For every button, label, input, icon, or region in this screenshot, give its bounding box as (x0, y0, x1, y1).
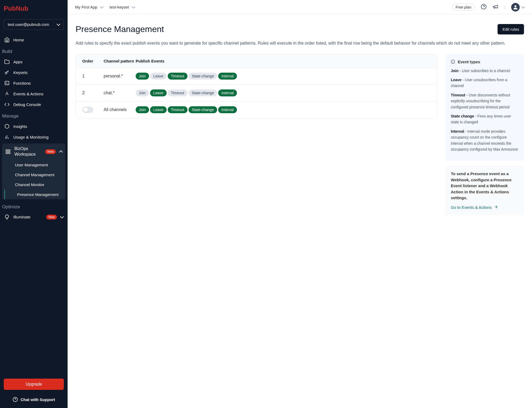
row-order: 2 (82, 91, 104, 95)
webhook-panel: To send a Presence event as a Webhook, c… (445, 166, 524, 215)
topbar: My First App test-keyset Free plan | (68, 0, 532, 14)
event-pill-join: Join (136, 73, 149, 80)
sidebar-item-usage[interactable]: Usage & Monitoring (0, 132, 68, 142)
page-description: Add rules to specify the exact publish e… (76, 40, 524, 47)
svg-rect-8 (9, 152, 10, 154)
lightbulb-icon (4, 214, 10, 220)
terminal-icon (4, 80, 10, 86)
row-events: JoinLeaveTimeoutState-changeInterval (136, 73, 431, 80)
chat-support-link[interactable]: Chat with Support (4, 395, 64, 404)
chat-support-label: Chat with Support (21, 397, 55, 402)
event-pill-state-change: State-change (189, 89, 217, 96)
sidebar-item-illuminate[interactable]: Illuminate New (0, 212, 68, 222)
sidebar-group-bizops: BizOps Workspace New User Management Cha… (2, 143, 65, 199)
new-badge: New (46, 215, 57, 219)
event-pill-leave: Leave (150, 73, 167, 80)
svg-rect-1 (5, 81, 9, 85)
arrow-right-icon (494, 205, 498, 210)
help-icon (13, 397, 18, 402)
sidebar-item-presence-mgmt[interactable]: Presence Management (4, 190, 63, 199)
event-type-item: Interval - Interval mode provides occupa… (451, 128, 519, 152)
upgrade-button[interactable]: Upgrade (4, 379, 64, 390)
sidebar-item-label: User Management (15, 163, 48, 167)
table-header: Order Channel pattern Publish Events (76, 54, 437, 68)
sidebar-item-apps[interactable]: Apps (0, 56, 68, 67)
sidebar-item-debug-console[interactable]: Debug Console (0, 99, 68, 110)
event-pill-leave: Leave (150, 89, 167, 96)
section-optimize: Optimize (0, 201, 68, 212)
webhook-text: To send a Presence event as a Webhook, c… (451, 171, 519, 201)
keyset-name: test-keyset (109, 5, 129, 9)
event-pill-join: Join (136, 106, 149, 113)
sidebar-item-label: Insights (13, 124, 27, 129)
event-pill-state-change: State-change (189, 73, 217, 80)
sidebar-item-functions[interactable]: Functions (0, 78, 68, 88)
chevron-down-icon (521, 5, 525, 8)
logo: PubNub (0, 0, 68, 17)
sidebar-item-label: Illuminate (13, 215, 42, 219)
keyset-selector[interactable]: test-keyset (109, 5, 135, 9)
circle-icon (4, 124, 10, 129)
events-actions-link[interactable]: Go to Events & Actions (451, 205, 519, 210)
help-icon[interactable] (481, 4, 487, 11)
plan-badge[interactable]: Free plan (452, 4, 475, 11)
event-types-panel: Event types Join - User subscribes to a … (445, 54, 524, 161)
svg-point-14 (514, 5, 516, 7)
sidebar-item-label: BizOps Workspace (14, 146, 41, 157)
sidebar-item-channel-mgmt[interactable]: Channel Management (2, 170, 65, 180)
all-channels-toggle[interactable] (82, 107, 93, 113)
sidebar-item-label: Presence Management (17, 192, 58, 197)
page-title: Presence Management (76, 24, 164, 34)
main: My First App test-keyset Free plan | Pr (68, 0, 532, 408)
sidebar-item-insights[interactable]: Insights (0, 121, 68, 132)
sidebar-item-label: Keysets (13, 70, 28, 75)
row-order: 1 (82, 74, 104, 79)
home-icon (4, 37, 10, 42)
event-pill-state-change: State-change (189, 106, 217, 113)
chevron-down-icon (57, 22, 60, 26)
sidebar-item-label: Apps (13, 60, 22, 64)
new-badge: New (45, 149, 56, 154)
app-name: My First App (75, 5, 97, 9)
event-pill-timeout: Timeout (168, 106, 187, 113)
section-build: Build (0, 45, 68, 56)
announce-icon[interactable] (492, 4, 498, 11)
event-type-item: Leave - User unsubscribes from a channel (451, 77, 519, 89)
user-menu[interactable] (511, 3, 525, 11)
folder-icon (4, 59, 10, 64)
user-dropdown[interactable]: test.user@pubnub.com (4, 19, 64, 30)
key-icon (4, 70, 10, 75)
sidebar-item-label: Channel Monitor (15, 182, 44, 187)
event-type-item: Join - User subscribes to a channel (451, 68, 519, 74)
rules-table: Order Channel pattern Publish Events 1pe… (76, 54, 437, 118)
table-row: All channelsJoinLeaveTimeoutState-change… (76, 101, 437, 118)
sidebar-item-channel-monitor[interactable]: Channel Monitor (2, 180, 65, 190)
event-pill-join: Join (136, 89, 149, 96)
sidebar-item-label: Functions (13, 81, 31, 85)
sidebar-item-keysets[interactable]: Keysets (0, 67, 68, 78)
sidebar-item-events-actions[interactable]: Events & Actions (0, 88, 68, 99)
table-row: 1personal.*JoinLeaveTimeoutState-changeI… (76, 68, 437, 84)
event-types-title: Event types (458, 60, 480, 64)
bar-chart-icon (4, 134, 10, 140)
svg-point-2 (5, 124, 9, 128)
edit-rules-button[interactable]: Edit rules (498, 24, 524, 34)
event-type-item: State change - Fires any times user stat… (451, 113, 519, 125)
info-icon (451, 60, 455, 64)
row-pattern: All channels (104, 107, 136, 112)
row-events: JoinLeaveTimeoutState-changeInterval (136, 89, 431, 96)
col-pattern: Channel pattern (104, 59, 136, 63)
sidebar-item-user-mgmt[interactable]: User Management (2, 160, 65, 170)
user-email: test.user@pubnub.com (8, 22, 49, 27)
row-pattern: chat.* (104, 91, 136, 95)
row-events: JoinLeaveTimeoutState-changeInterval (136, 106, 431, 113)
svg-rect-9 (6, 152, 8, 154)
col-events: Publish Events (136, 59, 431, 63)
row-pattern: personal.* (104, 74, 136, 79)
table-row: 2chat.*JoinLeaveTimeoutState-changeInter… (76, 84, 437, 101)
sidebar-item-bizops[interactable]: BizOps Workspace New (2, 143, 65, 160)
sidebar-item-home[interactable]: Home (0, 34, 68, 45)
app-selector[interactable]: My First App (75, 5, 103, 9)
chevron-up-icon (59, 150, 63, 154)
sidebar-item-label: Channel Management (15, 172, 54, 177)
